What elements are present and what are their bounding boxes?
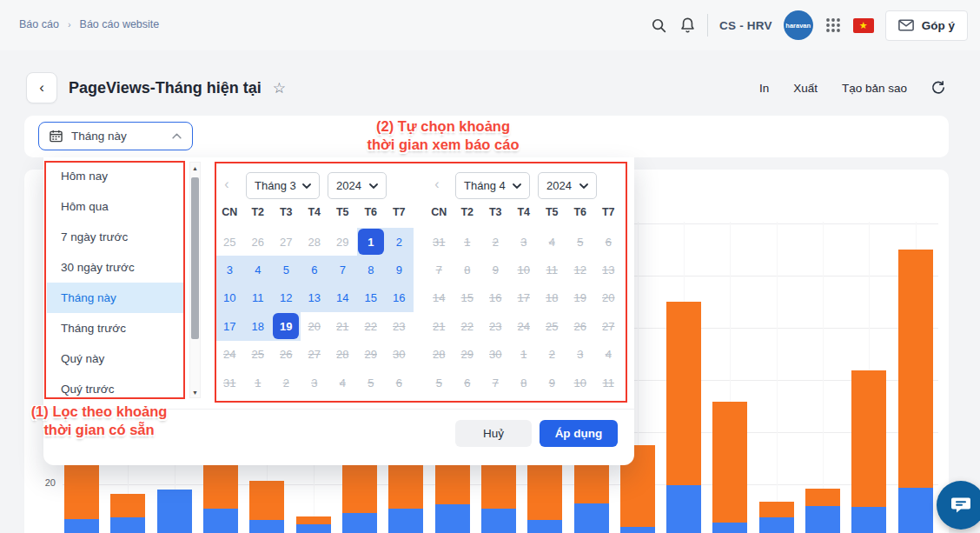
back-button[interactable]: ‹ [26,72,57,103]
preset-item[interactable]: Tháng này [47,283,184,313]
day-headers-march: CNT2T3T4T5T6T7 [215,206,414,218]
calendar-day[interactable]: 25 [215,228,244,256]
stacked-bar [574,454,609,533]
vietnam-flag-icon[interactable]: ★ [853,18,874,33]
gridline [823,222,824,533]
calendar-day[interactable]: 16 [385,284,414,312]
stacked-bar [249,481,284,533]
stacked-bar [666,302,701,533]
calendar-day[interactable]: 6 [301,256,329,283]
chat-icon [950,496,971,514]
day-header: T2 [244,206,273,218]
favorite-star-icon[interactable]: ☆ [273,79,286,97]
stacked-bar [712,402,747,533]
calendar-day: 16 [481,284,510,312]
calendar-prev-icon[interactable]: ‹ [431,177,443,192]
calendar-day: 4 [594,341,623,369]
day-header: T7 [594,206,623,218]
calendar-day[interactable]: 14 [328,284,357,312]
topbar-right: CS - HRV haravan ★ Góp ý [650,10,968,41]
stacked-bar [296,516,331,533]
calendar-day[interactable]: 19 [272,312,301,340]
stacked-bar [898,250,933,533]
calendar-day[interactable]: 7 [328,256,357,283]
bar-segment-blue [666,485,701,533]
calendar-day[interactable]: 4 [244,256,273,283]
apply-button[interactable]: Áp dụng [540,420,618,447]
month-select-march[interactable]: Tháng 3 [246,172,320,199]
month-select-value: Tháng 3 [255,179,296,192]
calendar-day[interactable]: 9 [385,256,414,283]
bar-segment-blue [296,524,331,533]
calendar-day: 29 [357,341,386,369]
breadcrumb-website-reports[interactable]: Báo cáo website [80,18,160,30]
year-select-april[interactable]: 2024 [538,172,597,199]
calendar-day: 27 [594,312,623,340]
calendar-day: 6 [594,228,623,256]
preset-item[interactable]: Quý trước [47,374,184,404]
envelope-icon [898,19,914,31]
account-label[interactable]: CS - HRV [719,19,772,32]
calendar-day: 1 [244,369,273,396]
scrollbar-thumb[interactable] [191,177,199,339]
calendar-day: 25 [244,341,273,369]
export-action[interactable]: Xuất [793,82,818,95]
calendar-day[interactable]: 5 [272,256,301,283]
day-headers-april: CNT2T3T4T5T6T7 [425,206,623,218]
preset-item[interactable]: Hôm qua [47,191,184,222]
calendar-day[interactable]: 8 [357,256,386,283]
select-caret-icon [369,183,378,189]
calendar-day: 29 [454,341,482,369]
calendar-day[interactable]: 28 [301,228,329,256]
scroll-up-icon[interactable]: ▲ [190,163,200,173]
breadcrumb-reports[interactable]: Báo cáo [19,18,59,30]
calendar-day[interactable]: 2 [385,228,414,256]
calendar-day[interactable]: 29 [328,228,357,256]
preset-item[interactable]: Quý này [47,343,184,374]
calendar-day[interactable]: 15 [357,284,386,312]
preset-item[interactable]: 30 ngày trước [47,252,184,283]
calendar-day[interactable]: 11 [244,284,273,312]
cancel-button[interactable]: Huỷ [455,420,532,447]
calendar-day: 17 [510,284,539,312]
calendar-day[interactable]: 1 [357,228,386,256]
day-header: T6 [357,206,386,218]
calendar-day: 2 [272,369,301,396]
calendar-day: 30 [385,341,414,369]
calendar-day[interactable]: 26 [244,228,273,256]
calendar-day[interactable]: 18 [244,312,273,340]
bar-segment-blue [851,507,886,533]
calendar-day: 2 [538,341,566,369]
calendar-day: 4 [538,228,566,256]
calendar-day: 7 [425,256,454,283]
calendar-day[interactable]: 3 [215,256,244,283]
calendar-day[interactable]: 10 [215,284,244,312]
calendar-day: 27 [301,341,329,369]
search-icon[interactable] [650,17,667,34]
preset-item[interactable]: 7 ngày trước [47,222,184,252]
avatar[interactable]: haravan [784,10,813,40]
refresh-icon[interactable] [931,81,945,95]
year-select-march[interactable]: 2024 [328,172,387,199]
calendar-day[interactable]: 27 [272,228,301,256]
calendar-day[interactable]: 17 [215,312,244,340]
calendar-day[interactable]: 12 [272,284,301,312]
preset-item[interactable]: Tháng trước [47,313,184,343]
calendar-day[interactable]: 13 [301,284,329,312]
date-range-filter-label: Tháng này [71,130,163,143]
preset-item[interactable]: Hôm nay [47,161,184,191]
preset-scrollbar[interactable]: ▲ ▼ [189,162,201,398]
scroll-down-icon[interactable]: ▼ [190,387,200,397]
calendar-day: 13 [594,256,623,283]
duplicate-action[interactable]: Tạo bản sao [842,82,907,95]
calendar-prev-icon[interactable]: ‹ [221,177,233,192]
chevron-up-icon [172,133,182,139]
feedback-button[interactable]: Góp ý [885,10,968,41]
notifications-bell-icon[interactable] [679,17,696,34]
bar-segment-blue [527,520,562,533]
apps-grid-icon[interactable] [824,17,842,34]
chat-widget-button[interactable] [937,481,980,530]
month-select-april[interactable]: Tháng 4 [455,172,530,199]
print-action[interactable]: In [759,82,769,95]
date-range-filter-button[interactable]: Tháng này [38,122,193,150]
